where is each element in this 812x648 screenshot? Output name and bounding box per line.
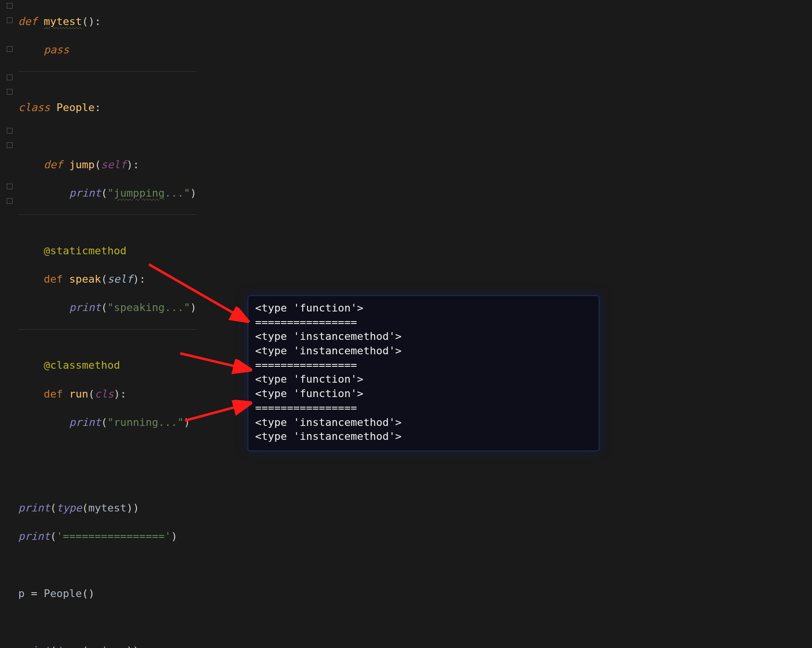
code-line[interactable] [18,444,197,458]
fold-icon[interactable] [7,17,12,23]
code-line[interactable]: p = People() [18,586,197,601]
code-line[interactable]: def jump(self): [18,158,197,172]
output-line: <type 'instancemethod'> [255,329,594,344]
code-line[interactable] [18,214,197,229]
code-line[interactable] [18,558,197,573]
output-line: <type 'instancemethod'> [255,429,594,444]
output-line: <type 'function'> [255,372,594,386]
code-line[interactable]: print("running...") [18,415,197,430]
code-line[interactable]: print(type(mytest)) [18,501,197,515]
code-line[interactable]: def mytest(): [18,14,197,29]
fold-icon[interactable] [7,75,12,80]
fold-icon[interactable] [7,142,12,148]
code-line[interactable]: def speak(self): [18,272,197,287]
fold-icon[interactable] [7,89,12,95]
output-line: <type 'function'> [255,386,594,401]
gutter [0,0,17,648]
code-line[interactable]: class People: [18,100,197,115]
code-area[interactable]: def mytest(): pass class People: def jum… [18,0,197,648]
output-line: <type 'function'> [255,301,594,315]
fold-icon[interactable] [7,128,12,134]
output-panel: <type 'function'> ================ <type… [247,295,600,451]
fold-icon[interactable] [7,198,12,204]
code-line[interactable]: print('================') [18,529,197,544]
code-line[interactable] [18,473,197,487]
code-line[interactable]: print(type(p.jump)) [18,644,197,648]
code-line[interactable]: print("speaking...") [18,300,197,315]
fold-icon[interactable] [7,184,12,189]
output-line: <type 'instancemethod'> [255,415,594,430]
code-line[interactable]: @classmethod [18,358,197,373]
code-line[interactable]: print("jumpping...") [18,186,197,200]
code-line[interactable] [18,329,197,344]
output-line: ================ [255,358,594,373]
output-line: ================ [255,315,594,330]
code-line[interactable]: pass [18,43,197,57]
output-line: <type 'instancemethod'> [255,344,594,358]
output-line: ================ [255,401,594,415]
code-line[interactable] [18,129,197,143]
fold-icon[interactable] [7,46,12,52]
code-line[interactable] [18,615,197,630]
code-line[interactable] [18,71,197,86]
code-line[interactable]: def run(cls): [18,387,197,401]
fold-icon[interactable] [7,3,12,9]
code-line[interactable]: @staticmethod [18,244,197,258]
code-editor[interactable]: def mytest(): pass class People: def jum… [0,0,812,648]
